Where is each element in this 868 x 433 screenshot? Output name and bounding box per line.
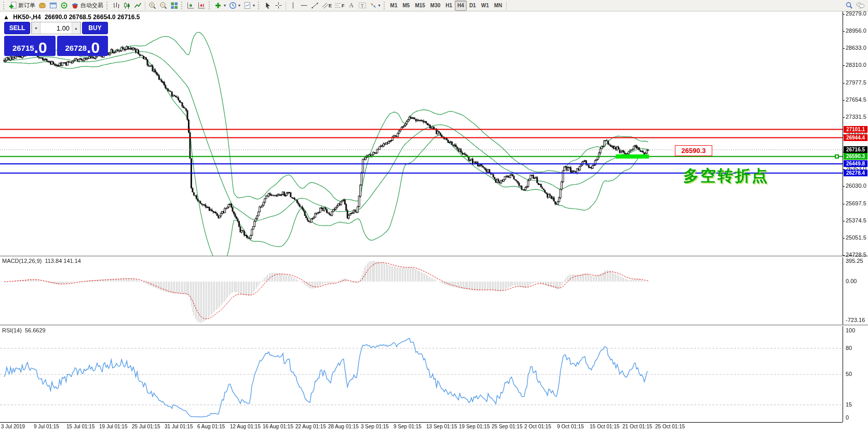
horizontal-line-button[interactable]	[299, 1, 309, 11]
crosshair-button[interactable]	[273, 1, 284, 11]
tile-windows-icon	[170, 2, 178, 9]
navigator-button[interactable]	[48, 1, 59, 11]
time-axis-label: 25 Sep 01:15	[492, 424, 523, 429]
chart-title: ▲ HK50-,H4 26690.0 26768.5 26654.0 26716…	[3, 13, 142, 21]
timeframe-button-h1[interactable]: H1	[443, 1, 455, 11]
time-axis-label: 31 Jul 01:15	[165, 424, 193, 429]
buy-price-box[interactable]: 26728.0	[57, 36, 108, 56]
toolbar-grip[interactable]	[3, 2, 6, 9]
time-axis-label: 28 Aug 01:15	[328, 424, 359, 429]
timeframe-button-m15[interactable]: M15	[412, 1, 427, 11]
volume-input[interactable]	[40, 22, 72, 34]
text-button[interactable]: A	[346, 1, 357, 11]
timeframe-button-w1[interactable]: W1	[479, 1, 492, 11]
toolbar-separator	[145, 2, 145, 10]
macd-indicator-pane[interactable]	[0, 257, 868, 325]
rsi-label: RSI(14)56.6629	[2, 327, 46, 333]
toolbar-grip[interactable]	[181, 2, 184, 9]
text-label-button[interactable]: T	[357, 1, 368, 11]
time-axis-label: 21 Oct 01:15	[622, 424, 652, 429]
toolbar-grip[interactable]	[384, 2, 386, 9]
time-axis-label: 6 Aug 01:15	[197, 424, 225, 429]
sell-price-box[interactable]: 26715.0	[4, 36, 56, 56]
chevron-down-icon: ▾	[238, 4, 240, 8]
periods-button[interactable]: ▾	[227, 1, 242, 11]
toolbar-grip[interactable]	[209, 2, 211, 9]
time-axis-label: 19 Jul 01:15	[99, 424, 128, 429]
pane-separator[interactable]	[0, 325, 868, 326]
fibonacci-button[interactable]: F	[333, 1, 346, 11]
auto-scroll-button[interactable]	[185, 1, 196, 11]
market-watch-button[interactable]	[37, 1, 48, 11]
timeframe-button-m5[interactable]: M5	[400, 1, 412, 11]
time-axis-label: 22 Aug 01:15	[295, 424, 326, 429]
zoom-in-button[interactable]	[147, 1, 158, 11]
vertical-line-button[interactable]	[288, 1, 299, 11]
timeframe-button-m1[interactable]: M1	[388, 1, 400, 11]
signal-button[interactable]	[59, 1, 70, 11]
channel-button[interactable]: E	[320, 1, 333, 11]
text-label-icon: T	[358, 2, 367, 9]
timeframe-button-h4[interactable]: H4	[455, 1, 467, 11]
cursor-arrow-icon	[264, 2, 272, 9]
buy-button[interactable]: BUY	[82, 22, 108, 34]
channel-letter: E	[329, 3, 332, 8]
price-callout-box[interactable]: 26590.3	[675, 145, 712, 156]
toolbar-grip[interactable]	[106, 2, 109, 9]
chart-annotation-text[interactable]: 多空转折点	[683, 165, 769, 187]
fibonacci-icon	[335, 2, 342, 9]
cursor-button[interactable]	[262, 1, 273, 11]
trendline-icon	[311, 2, 319, 9]
chevron-down-icon: ▾	[253, 4, 255, 8]
sell-button[interactable]: SELL	[4, 22, 30, 34]
time-axis-label: 9 Jul 01:15	[34, 424, 59, 429]
time-axis-label: 2 Oct 01:15	[524, 424, 551, 429]
chevron-down-icon: ▾	[378, 4, 381, 8]
zoom-out-button[interactable]	[158, 1, 169, 11]
trendline-button[interactable]	[309, 1, 320, 11]
pane-separator[interactable]	[0, 256, 868, 257]
macd-label: MACD(12,26,9)113.84 141.14	[2, 258, 81, 264]
volume-stepper: ▼ ▲	[31, 22, 81, 34]
macd-values: 113.84 141.14	[45, 258, 81, 264]
search-icon	[845, 2, 853, 9]
channel-icon	[322, 2, 329, 9]
main-price-chart[interactable]	[0, 11, 868, 256]
navigator-icon	[49, 2, 57, 9]
sell-price-main: 26715	[12, 41, 34, 55]
time-axis-label: 15 Jul 01:15	[66, 424, 95, 429]
chart-line-button[interactable]	[132, 1, 143, 11]
symbol-period-label: HK50-,H4	[13, 13, 40, 21]
fibonacci-letter: F	[342, 3, 345, 8]
timeframe-button-d1[interactable]: D1	[467, 1, 479, 11]
arrows-button[interactable]: ▾	[368, 1, 382, 11]
chat-button[interactable]	[855, 1, 866, 11]
indicators-button[interactable]: ▾	[213, 1, 227, 11]
volume-decrease-button[interactable]: ▼	[32, 22, 40, 34]
timeframe-button-m30[interactable]: M30	[428, 1, 443, 11]
sell-price-frac: .0	[34, 40, 47, 55]
time-axis-label: 9 Sep 01:15	[394, 424, 422, 429]
toolbar-separator	[286, 2, 286, 10]
timeframe-button-mn[interactable]: MN	[492, 1, 505, 11]
chat-bubbles-icon	[856, 2, 865, 9]
horizontal-line-icon	[300, 2, 308, 9]
new-order-button[interactable]: 新订单	[7, 1, 37, 11]
candlestick-icon	[123, 2, 131, 9]
chart-bars-button[interactable]	[111, 1, 121, 11]
tile-windows-button[interactable]	[169, 1, 180, 11]
chart-candles-button[interactable]	[121, 1, 132, 11]
auto-trading-button[interactable]: 自动交易	[70, 1, 105, 11]
buy-price-main: 26728	[65, 41, 87, 55]
volume-increase-button[interactable]: ▲	[72, 22, 80, 34]
toolbar-grip[interactable]	[258, 2, 261, 9]
market-watch-icon	[38, 2, 46, 9]
templates-button[interactable]: ▾	[242, 1, 256, 11]
crosshair-icon	[275, 2, 282, 9]
toolbar: 新订单 自动交易	[0, 0, 868, 11]
chart-shift-button[interactable]	[196, 1, 207, 11]
rsi-indicator-pane[interactable]	[0, 326, 868, 422]
search-button[interactable]	[844, 1, 855, 11]
rsi-name: RSI(14)	[2, 327, 22, 333]
time-axis-label: 15 Oct 01:15	[590, 424, 619, 429]
